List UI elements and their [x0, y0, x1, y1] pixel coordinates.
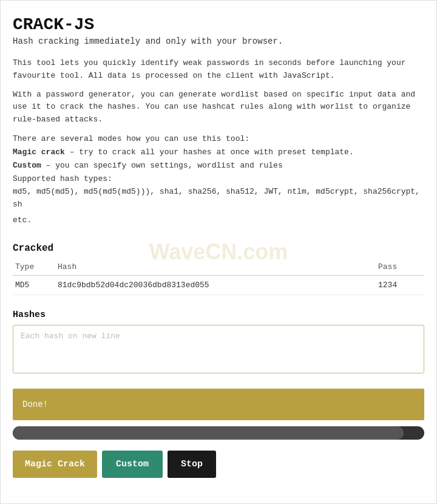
cracked-table: Type Hash Pass MD5 81dc9bdb52d04dc20036d… [13, 259, 424, 295]
hashes-label: Hashes [13, 310, 424, 320]
mode-magic-label: Magic crack [13, 148, 65, 157]
stop-button[interactable]: Stop [168, 451, 216, 478]
buttons-row: Magic Crack Custom Stop [13, 451, 424, 478]
hash-types-etc: etc. [13, 214, 424, 227]
hash-types-values: md5, md5(md5), md5(md5(md5))), sha1, sha… [13, 186, 424, 211]
cell-hash: 81dc9bdb52d04dc20036dbd8313ed055 [55, 276, 376, 295]
mode-custom-label: Custom [13, 161, 41, 170]
description-2: With a password generator, you can gener… [13, 89, 424, 126]
hashes-section: Hashes [13, 310, 424, 376]
cracked-table-body: MD5 81dc9bdb52d04dc20036dbd8313ed055 123… [13, 276, 424, 295]
progress-bar-container [13, 426, 424, 440]
cracked-section: Cracked Type Hash Pass MD5 81dc9bdb52d04… [13, 243, 424, 295]
hashes-textarea[interactable] [13, 325, 424, 373]
cell-pass: 1234 [376, 276, 424, 295]
mode-magic-desc: – try to crack all your hashes at once w… [65, 148, 354, 157]
magic-crack-button[interactable]: Magic Crack [13, 451, 97, 478]
mode-custom-desc: – you can specify own settings, wordlist… [41, 161, 283, 170]
table-row: MD5 81dc9bdb52d04dc20036dbd8313ed055 123… [13, 276, 424, 295]
col-pass: Pass [376, 259, 424, 276]
modes-intro: There are several modes how you can use … [13, 132, 424, 146]
col-hash: Hash [55, 259, 376, 276]
hash-types-label: Supported hash types: [13, 172, 424, 186]
progress-bar-fill [13, 426, 404, 440]
modes-section: There are several modes how you can use … [13, 132, 424, 239]
app-container: WaveCN.com CRACK-JS Hash cracking immedi… [0, 0, 437, 504]
cracked-table-header: Type Hash Pass [13, 259, 424, 276]
cracked-label: Cracked [13, 243, 424, 254]
cell-type: MD5 [13, 276, 55, 295]
description-1: This tool lets you quickly identify weak… [13, 57, 424, 83]
mode-custom-line: Custom – you can specify own settings, w… [13, 159, 424, 172]
mode-magic-line: Magic crack – try to crack all your hash… [13, 146, 424, 159]
status-bar: Done! [13, 389, 424, 420]
app-subtitle: Hash cracking immediately and only with … [13, 36, 424, 46]
app-title: CRACK-JS [13, 15, 424, 34]
col-type: Type [13, 259, 55, 276]
custom-button[interactable]: Custom [102, 451, 163, 478]
